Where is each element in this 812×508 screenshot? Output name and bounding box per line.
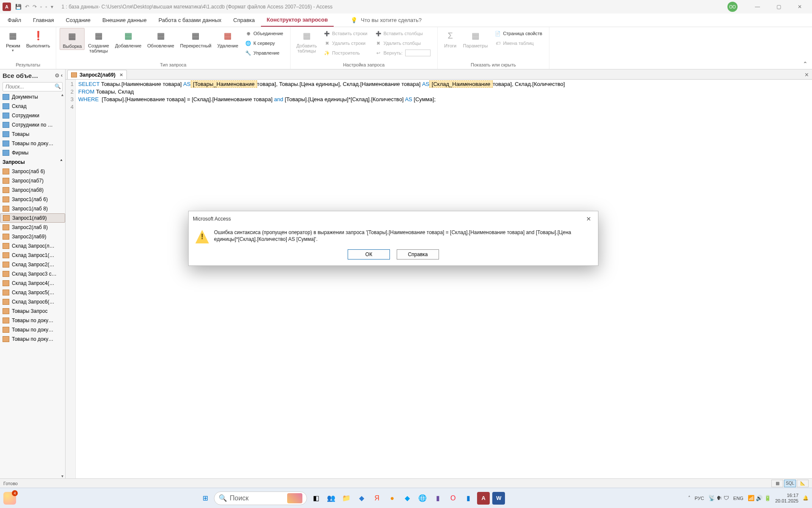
tab-home[interactable]: Главная: [27, 14, 60, 27]
qat-dropdown-icon[interactable]: ▾: [51, 4, 53, 10]
maximize-button[interactable]: ▢: [769, 0, 788, 13]
app-icon[interactable]: ◆: [401, 492, 414, 505]
opera-icon[interactable]: O: [447, 492, 459, 505]
clock[interactable]: 16:17 20.01.2025: [775, 493, 798, 504]
nav-query-item[interactable]: Запрос(лаб7): [0, 176, 65, 185]
weather-widget[interactable]: 4: [3, 492, 16, 505]
tab-close-button[interactable]: ×: [120, 72, 123, 78]
sql-view-button[interactable]: SQL: [784, 480, 796, 487]
nav-query-item[interactable]: Запрос1(лаб 8): [0, 204, 65, 213]
tab-help[interactable]: Справка: [228, 14, 261, 27]
yandex-icon[interactable]: Я: [370, 492, 383, 505]
redo-icon[interactable]: ↷: [33, 4, 37, 10]
nav-query-item[interactable]: Товары Запрос: [0, 306, 65, 316]
nav-query-item[interactable]: Товары по доку…: [0, 334, 65, 344]
design-view-button[interactable]: 📐: [797, 480, 809, 487]
help-button[interactable]: Справка: [397, 249, 439, 260]
start-button[interactable]: ⊞: [199, 492, 211, 505]
nav-header[interactable]: Все объе… ⊙ ‹: [0, 69, 65, 81]
crosstab-button[interactable]: ▦Перекрестный: [178, 28, 214, 49]
tab-file[interactable]: Файл: [2, 14, 27, 27]
delete-query-button[interactable]: ▦Удаление: [215, 28, 241, 49]
nav-query-item[interactable]: Запрос2(лаб 8): [0, 223, 65, 232]
nav-query-item[interactable]: Запрос1(лаб 6): [0, 195, 65, 204]
nav-query-item[interactable]: Запрос(лаб8): [0, 185, 65, 195]
system-tray-2[interactable]: 📶 🔊 🔋: [748, 495, 771, 501]
app-icon[interactable]: ●: [386, 492, 398, 505]
update-query-button[interactable]: ▦Обновление: [145, 28, 177, 49]
tab-database-tools[interactable]: Работа с базами данных: [153, 14, 228, 27]
chrome-icon[interactable]: 🌐: [416, 492, 429, 505]
qat-item-icon[interactable]: ▫: [40, 4, 42, 10]
chevron-down-icon[interactable]: ⊙: [55, 72, 59, 78]
nav-search[interactable]: 🔍: [3, 82, 63, 91]
taskbar-search[interactable]: 🔍Поиск: [214, 491, 307, 505]
access-icon[interactable]: A: [477, 492, 490, 505]
save-icon[interactable]: 💾: [15, 4, 22, 10]
nav-query-item[interactable]: Запрос(лаб 6): [0, 167, 65, 176]
language-indicator[interactable]: РУС: [695, 496, 704, 501]
append-query-button[interactable]: ▦Добавление: [112, 28, 144, 49]
app-icon[interactable]: ▮: [462, 492, 475, 505]
app-icon[interactable]: ▮: [431, 492, 444, 505]
dialog-close-button[interactable]: ✕: [584, 215, 594, 222]
close-button[interactable]: ✕: [790, 0, 809, 13]
nav-query-item[interactable]: Запрос1(ла69): [0, 213, 65, 223]
minimize-button[interactable]: ―: [748, 0, 767, 13]
qat-item-icon[interactable]: ▫: [45, 4, 47, 10]
nav-query-item[interactable]: Запрос2(ла69): [0, 232, 65, 241]
view-button[interactable]: ▦Режим▾: [3, 28, 23, 53]
collapse-ribbon-button[interactable]: ⌃: [803, 61, 808, 67]
language-indicator[interactable]: ENG: [733, 496, 743, 501]
tray-chevron-icon[interactable]: ˄: [688, 495, 691, 501]
tab-query-design[interactable]: Конструктор запросов: [261, 14, 334, 27]
teams-icon[interactable]: 👥: [325, 492, 337, 505]
shutter-close-icon[interactable]: ‹: [61, 72, 63, 78]
nav-query-item[interactable]: Склад Запрос6(…: [0, 297, 65, 306]
nav-query-item[interactable]: Склад Запрос3 с…: [0, 269, 65, 279]
run-button[interactable]: ❗Выполнить: [24, 28, 52, 49]
tab-external-data[interactable]: Внешние данные: [96, 14, 153, 27]
nav-group-queries[interactable]: Запросы˄: [0, 157, 65, 167]
notifications-icon[interactable]: 🔔: [803, 495, 809, 501]
nav-table-item[interactable]: Товары по доку…: [0, 139, 65, 148]
tab-create[interactable]: Создание: [60, 14, 96, 27]
nav-table-item[interactable]: Сотрудники по …: [0, 120, 65, 130]
nav-search-input[interactable]: [3, 82, 63, 91]
ok-button[interactable]: ОК: [348, 249, 390, 260]
nav-table-item[interactable]: Сотрудники: [0, 111, 65, 120]
nav-table-item[interactable]: Фирмы: [0, 148, 65, 157]
explorer-icon[interactable]: 📁: [340, 492, 353, 505]
account-badge[interactable]: OO: [727, 2, 738, 12]
sql-text[interactable]: SELECT Товары.[Наименование товара] AS […: [76, 80, 568, 478]
pane-close-button[interactable]: ×: [805, 71, 809, 79]
select-query-button[interactable]: ▦Выборка: [60, 28, 85, 50]
word-icon[interactable]: W: [492, 492, 505, 505]
make-table-button[interactable]: ▦Создание таблицы: [85, 28, 112, 54]
nav-object-list[interactable]: ▴▾ ДокументыСкладСотрудникиСотрудники по…: [0, 92, 65, 478]
nav-query-item[interactable]: Склад Запрос5(…: [0, 288, 65, 297]
property-sheet-button[interactable]: 📄Страница свойств: [493, 29, 544, 38]
nav-query-item[interactable]: Товары по доку…: [0, 325, 65, 334]
scroll-up-icon[interactable]: ▴: [61, 92, 63, 97]
scroll-down-icon[interactable]: ▾: [61, 474, 63, 478]
nav-table-item[interactable]: Склад: [0, 102, 65, 111]
nav-query-item[interactable]: Товары по доку…: [0, 316, 65, 325]
undo-icon[interactable]: ↶: [25, 4, 29, 10]
nav-query-item[interactable]: Склад Запрос(л…: [0, 241, 65, 251]
document-tab[interactable]: Запрос2(ла69) ×: [67, 70, 127, 79]
nav-query-item[interactable]: Склад Запрос4(…: [0, 279, 65, 288]
tell-me-search[interactable]: 💡 Что вы хотите сделать?: [351, 17, 422, 23]
nav-query-item[interactable]: Склад Запрос1(…: [0, 251, 65, 260]
nav-table-item[interactable]: Документы: [0, 92, 65, 102]
app-icon[interactable]: ◆: [355, 492, 368, 505]
task-view-icon[interactable]: ◧: [310, 492, 322, 505]
passthrough-button[interactable]: 🌐К серверу: [243, 39, 285, 48]
datasheet-view-button[interactable]: ▦: [771, 480, 783, 487]
nav-table-item[interactable]: Товары: [0, 130, 65, 139]
system-tray[interactable]: 📡 🗣 🛡: [708, 495, 729, 501]
union-button[interactable]: ⊕Объединение: [243, 29, 285, 38]
sql-editor[interactable]: 1234 SELECT Товары.[Наименование товара]…: [66, 80, 812, 478]
data-definition-button[interactable]: 🔧Управление: [243, 48, 285, 58]
nav-query-item[interactable]: Склад Запрос2(…: [0, 260, 65, 269]
